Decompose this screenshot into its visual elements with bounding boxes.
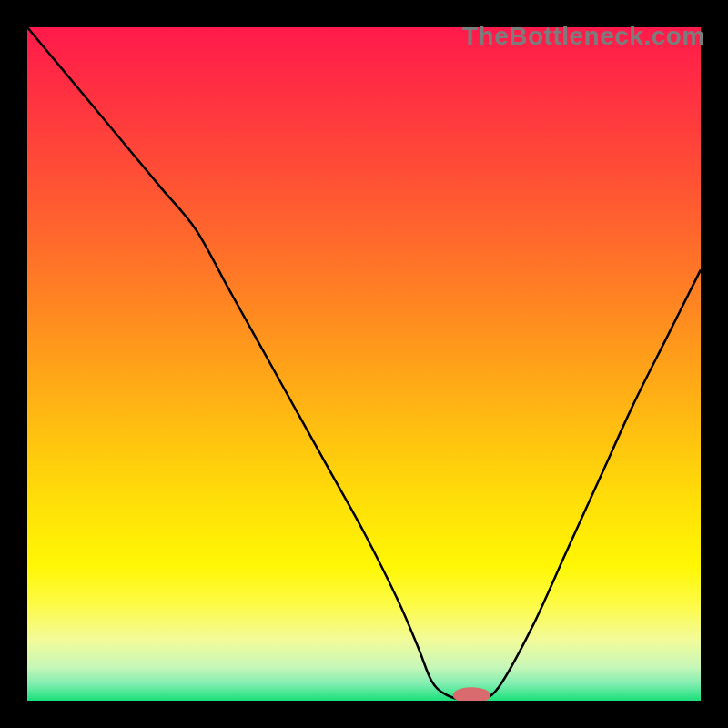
gradient-background xyxy=(27,27,701,701)
chart-frame: TheBottleneck.com xyxy=(0,0,728,728)
plot-area xyxy=(27,27,701,701)
watermark-text: TheBottleneck.com xyxy=(462,22,705,51)
plot-svg xyxy=(27,27,701,701)
